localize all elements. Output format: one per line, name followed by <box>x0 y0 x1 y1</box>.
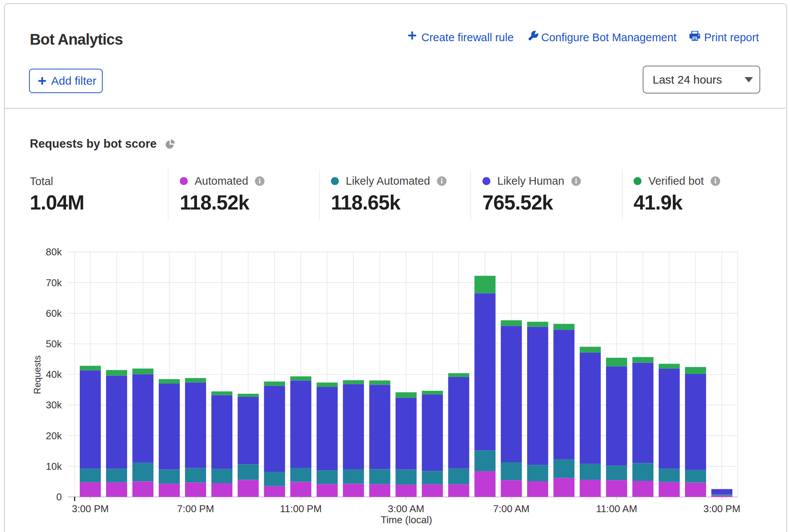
svg-text:50k: 50k <box>46 338 62 350</box>
svg-text:60k: 60k <box>46 308 62 319</box>
svg-text:7:00 AM: 7:00 AM <box>493 503 529 514</box>
svg-text:7:00 PM: 7:00 PM <box>177 503 214 514</box>
svg-text:0: 0 <box>56 491 62 503</box>
svg-text:10k: 10k <box>46 461 62 472</box>
svg-text:20k: 20k <box>46 430 62 442</box>
svg-text:Requests: Requests <box>32 355 42 394</box>
svg-text:70k: 70k <box>46 277 62 289</box>
svg-text:3:00 AM: 3:00 AM <box>388 503 424 514</box>
svg-text:Time (local): Time (local) <box>381 514 432 526</box>
svg-text:3:00 PM: 3:00 PM <box>703 503 740 514</box>
svg-text:40k: 40k <box>46 369 62 380</box>
svg-text:3:00 PM: 3:00 PM <box>72 503 109 514</box>
svg-text:11:00 AM: 11:00 AM <box>596 503 637 514</box>
svg-text:30k: 30k <box>46 399 62 411</box>
svg-text:11:00 PM: 11:00 PM <box>280 503 322 514</box>
svg-text:80k: 80k <box>46 246 62 258</box>
